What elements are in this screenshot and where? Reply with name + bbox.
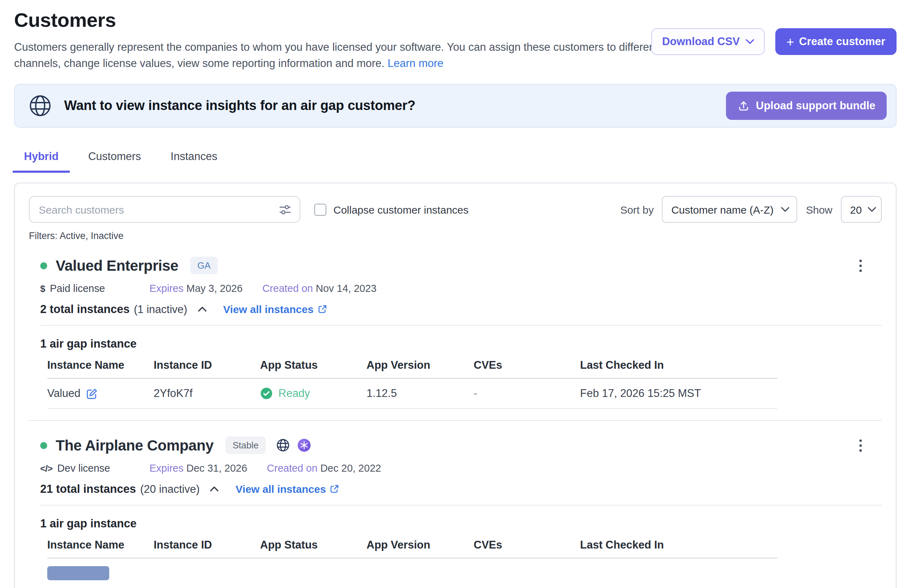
- dev-license-icon: </>: [40, 463, 52, 474]
- expires-label: Expires: [149, 462, 184, 474]
- col-instance-name: Instance Name: [47, 539, 154, 551]
- customer-header: Valued Enterprise GA: [40, 255, 882, 276]
- instance-name: Valued: [47, 387, 80, 400]
- external-link-icon: [318, 305, 327, 314]
- customer-kebab-menu[interactable]: [852, 257, 869, 275]
- tab-customers[interactable]: Customers: [77, 146, 152, 173]
- col-cves: CVEs: [474, 539, 580, 551]
- customer-kebab-menu[interactable]: [852, 436, 869, 455]
- show-select[interactable]: 20: [841, 196, 882, 223]
- edit-instance-name-button[interactable]: [86, 388, 98, 399]
- banner-title: Want to view instance insights for an ai…: [64, 98, 715, 113]
- create-customer-label: Create customer: [799, 35, 885, 48]
- col-app-version: App Version: [367, 539, 474, 551]
- page-header: Customers Customers generally represent …: [14, 8, 897, 71]
- paid-license-icon: $: [40, 283, 45, 294]
- kebab-icon: [859, 439, 862, 452]
- collapse-section-chevron[interactable]: [208, 484, 222, 494]
- download-csv-label: Download CSV: [662, 35, 740, 48]
- search-customers-input[interactable]: [39, 203, 273, 215]
- show-select-value: 20: [850, 203, 862, 215]
- page-description-line2: channels, change license values, view so…: [14, 57, 384, 69]
- sort-select-value: Customer name (A-Z): [672, 203, 773, 215]
- download-csv-button[interactable]: Download CSV: [652, 28, 764, 55]
- learn-more-link[interactable]: Learn more: [387, 57, 444, 69]
- instances-summary-row: 2 total instances (1 inactive) View all …: [40, 302, 882, 316]
- active-status-dot: [40, 442, 47, 449]
- customer-valued-enterprise: Valued Enterprise GA $ Paid license Expi…: [29, 255, 882, 409]
- expires-date: Dec 31, 2026: [186, 462, 248, 474]
- airgap-banner: Want to view instance insights for an ai…: [14, 84, 897, 128]
- col-app-status: App Status: [260, 359, 367, 372]
- col-cves: CVEs: [474, 359, 580, 372]
- header-actions: Download CSV + Create customer: [652, 28, 897, 55]
- chevron-up-icon: [197, 306, 207, 312]
- created-date: Dec 20, 2022: [320, 462, 381, 474]
- chevron-down-icon: [781, 207, 790, 212]
- create-customer-button[interactable]: + Create customer: [775, 28, 897, 55]
- channel-badge: Stable: [225, 436, 266, 454]
- col-last-checked-in: Last Checked In: [580, 539, 778, 551]
- instances-summary-row: 21 total instances (20 inactive) View al…: [40, 482, 882, 496]
- tab-hybrid[interactable]: Hybrid: [13, 146, 70, 173]
- collapse-section-chevron[interactable]: [195, 304, 209, 315]
- total-instances: 21 total instances: [40, 482, 136, 496]
- created-on-label: Created on: [267, 462, 318, 474]
- external-link-icon: [330, 485, 339, 494]
- license-info: </> Dev license: [40, 462, 149, 474]
- sort-select[interactable]: Customer name (A-Z): [662, 196, 797, 223]
- license-type: Paid license: [50, 283, 105, 294]
- customer-meta: $ Paid license Expires May 3, 2026 Creat…: [40, 283, 882, 294]
- divider: [40, 505, 882, 505]
- license-type: Dev license: [57, 462, 110, 474]
- customer-name[interactable]: Valued Enterprise: [56, 257, 178, 274]
- filter-sliders-icon[interactable]: [278, 203, 292, 216]
- col-app-status: App Status: [260, 539, 367, 551]
- customers-card: Collapse customer instances Sort by Cust…: [14, 183, 897, 588]
- collapse-instances-checkbox[interactable]: [314, 203, 326, 215]
- instance-id: 2YfoK7f: [154, 387, 260, 400]
- table-header-row: Instance Name Instance ID App Status App…: [47, 539, 778, 558]
- chevron-down-icon: [745, 39, 754, 44]
- airgap-instances-heading: 1 air gap instance: [40, 517, 882, 530]
- chevron-up-icon: [210, 486, 219, 492]
- kubernetes-cluster-icon: [297, 438, 311, 453]
- customers-page: Customers Customers generally represent …: [0, 0, 905, 588]
- created-info: Created on Nov 14, 2023: [262, 283, 376, 294]
- created-date: Nov 14, 2023: [316, 283, 377, 294]
- plus-icon: +: [786, 35, 794, 48]
- col-instance-name: Instance Name: [47, 359, 154, 372]
- customer-name[interactable]: The Airplane Company: [56, 437, 214, 454]
- cves-value: -: [474, 387, 580, 400]
- show-label: Show: [806, 203, 832, 215]
- created-on-label: Created on: [262, 283, 313, 294]
- tab-bar: Hybrid Customers Instances: [13, 146, 897, 173]
- toolbar-right: Sort by Customer name (A-Z) Show 20: [620, 196, 882, 223]
- col-app-version: App Version: [367, 359, 474, 372]
- chevron-down-icon: [867, 207, 876, 212]
- customer-the-airplane-company: The Airplane Company Stable: [29, 435, 882, 580]
- inactive-instances-note: (1 inactive): [134, 303, 187, 316]
- active-status-dot: [40, 262, 47, 269]
- edit-icon: [86, 388, 98, 399]
- col-last-checked-in: Last Checked In: [580, 359, 778, 372]
- divider: [40, 325, 882, 326]
- upload-support-bundle-button[interactable]: Upload support bundle: [726, 92, 887, 120]
- kebab-icon: [859, 259, 862, 272]
- table-row: Valued 2YfoK7f Ready: [47, 378, 778, 409]
- customer-meta: </> Dev license Expires Dec 31, 2026 Cre…: [40, 462, 882, 474]
- view-all-instances-link[interactable]: View all instances: [236, 483, 339, 495]
- tab-instances[interactable]: Instances: [159, 146, 229, 173]
- airgap-instances-table: Instance Name Instance ID App Status App…: [40, 539, 778, 580]
- view-all-instances-label: View all instances: [236, 483, 326, 495]
- col-instance-id: Instance ID: [154, 359, 260, 372]
- total-instances: 2 total instances: [40, 302, 130, 316]
- col-instance-id: Instance ID: [154, 539, 260, 551]
- channel-badge: GA: [190, 257, 218, 274]
- expires-info: Expires May 3, 2026: [149, 283, 243, 294]
- view-all-instances-link[interactable]: View all instances: [223, 303, 327, 315]
- clipped-table-row: [47, 566, 109, 580]
- collapse-instances-control: Collapse customer instances: [314, 203, 469, 215]
- filters-summary: Filters: Active, Inactive: [29, 230, 882, 241]
- install-type-icons: [276, 438, 311, 453]
